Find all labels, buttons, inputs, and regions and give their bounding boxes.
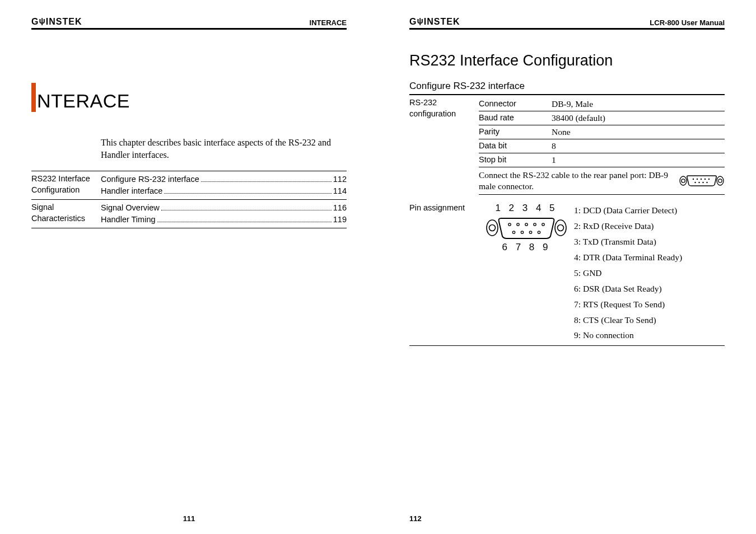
svg-point-7 [704, 179, 706, 180]
spec-value: 38400 (default) [552, 113, 725, 123]
pin-numbers-bottom: 6 7 8 9 [479, 242, 574, 253]
pin-assignment-block: Pin assignment 1 2 3 4 5 [409, 203, 725, 346]
db9-small-icon [679, 174, 725, 188]
header-section: INTERACE [310, 18, 347, 27]
toc-entry-title: Configure RS-232 interface [101, 174, 199, 185]
toc-entry-page: 114 [333, 185, 347, 197]
page-left: GψINSTEK INTERACE NTERACE This chapter d… [0, 0, 378, 534]
header-manual-title: LCR-800 User Manual [650, 18, 725, 27]
svg-point-12 [706, 182, 707, 183]
svg-point-9 [694, 182, 696, 183]
toc-entries: Configure RS-232 interface 112 Handler i… [101, 174, 347, 197]
spec-row: Connector DB-9, Male [479, 97, 725, 111]
toc-entry-title: Handler interface [101, 185, 162, 197]
brand-logo: GψINSTEK [31, 17, 82, 27]
page-number: 112 [409, 514, 725, 523]
brand-logo: GψINSTEK [409, 17, 460, 27]
table-of-contents: RS232 Interface Configuration Configure … [31, 171, 347, 228]
svg-point-14 [489, 225, 496, 231]
toc-leader-dots [157, 215, 332, 222]
toc-entry: Handler interface 114 [101, 185, 347, 197]
svg-point-22 [512, 231, 515, 233]
toc-entries: Signal Overview 116 Handler Timing 119 [101, 202, 347, 226]
svg-point-3 [718, 179, 722, 182]
spec-key: Data bit [479, 141, 552, 151]
spec-value: DB-9, Male [552, 99, 725, 109]
page-right: GψINSTEK LCR-800 User Manual RS232 Inter… [378, 0, 756, 534]
spec-row: Baud rate 38400 (default) [479, 111, 725, 125]
toc-leader-dots [161, 203, 332, 210]
pin-item: 2: RxD (Receive Data) [574, 218, 725, 234]
chapter-intro: This chapter describes basic interface a… [101, 137, 347, 161]
subsection-heading: Configure RS-232 interface [409, 81, 725, 95]
svg-point-4 [693, 179, 694, 180]
spec-key: Parity [479, 127, 552, 137]
pin-item: 6: DSR (Data Set Ready) [574, 281, 725, 297]
pin-list: 1: DCD (Data Carrier Detect) 2: RxD (Rec… [574, 203, 725, 343]
pin-numbers-top: 1 2 3 4 5 [479, 203, 574, 214]
pin-item: 5: GND [574, 265, 725, 281]
toc-section-label: RS232 Interface Configuration [31, 174, 101, 197]
toc-leader-dots [201, 175, 332, 182]
spec-value: 8 [552, 141, 725, 151]
svg-point-5 [697, 179, 698, 180]
pin-item: 9: No connection [574, 327, 725, 343]
spec-key: Connector [479, 99, 552, 109]
toc-entry: Configure RS-232 interface 112 [101, 174, 347, 185]
pin-item: 7: RTS (Request To Send) [574, 297, 725, 312]
header-row: GψINSTEK LCR-800 User Manual [409, 17, 725, 30]
toc-leader-dots [164, 186, 331, 194]
svg-point-13 [487, 220, 498, 236]
db9-large-icon [479, 215, 574, 241]
svg-point-17 [508, 223, 511, 226]
section-heading: RS232 Interface Configuration [409, 52, 725, 69]
svg-point-11 [702, 182, 703, 183]
spec-key: Stop bit [479, 155, 552, 165]
cable-row: Connect the RS-232 cable to the rear pan… [479, 167, 725, 195]
spec-value: 1 [552, 155, 725, 165]
toc-entry-page: 119 [333, 214, 347, 226]
toc-section-label: Signal Characteristics [31, 202, 101, 226]
svg-point-8 [708, 179, 710, 180]
toc-entry: Signal Overview 116 [101, 202, 347, 214]
spec-grid: Connector DB-9, Male Baud rate 38400 (de… [479, 97, 725, 195]
pin-item: 4: DTR (Data Terminal Ready) [574, 250, 725, 265]
block-label: Pin assignment [409, 203, 479, 343]
rs232-config-block: RS-232 configuration Connector DB-9, Mal… [409, 97, 725, 195]
toc-entry-title: Signal Overview [101, 202, 160, 214]
toc-section: RS232 Interface Configuration Configure … [31, 171, 347, 199]
spec-row: Parity None [479, 125, 725, 139]
svg-point-21 [542, 223, 544, 226]
svg-point-23 [521, 231, 523, 233]
page-number: 111 [31, 514, 347, 523]
spec-row: Stop bit 1 [479, 153, 725, 167]
svg-point-24 [529, 231, 531, 233]
pin-item: 3: TxD (Transmit Data) [574, 234, 725, 250]
chapter-heading: NTERACE [31, 83, 347, 112]
svg-point-1 [682, 179, 685, 182]
spec-row: Data bit 8 [479, 139, 725, 153]
toc-section: Signal Characteristics Signal Overview 1… [31, 199, 347, 228]
toc-entry-page: 116 [333, 202, 347, 214]
svg-point-19 [525, 223, 528, 226]
toc-entry: Handler Timing 119 [101, 214, 347, 226]
svg-point-20 [534, 223, 536, 226]
header-row: GψINSTEK INTERACE [31, 17, 347, 30]
svg-point-25 [538, 231, 540, 233]
svg-point-16 [558, 225, 564, 231]
pin-item: 1: DCD (Data Carrier Detect) [574, 203, 725, 218]
chapter-title: NTERACE [37, 90, 130, 112]
db9-figure: 1 2 3 4 5 [479, 203, 574, 343]
svg-point-0 [680, 176, 687, 185]
block-label: RS-232 configuration [409, 97, 479, 195]
svg-point-2 [717, 176, 724, 185]
svg-point-15 [555, 220, 566, 236]
spec-key: Baud rate [479, 113, 552, 123]
toc-entry-page: 112 [333, 174, 347, 185]
chapter-accent-bar [31, 83, 36, 112]
pin-item: 8: CTS (Clear To Send) [574, 312, 725, 328]
svg-point-18 [517, 223, 519, 226]
toc-entry-title: Handler Timing [101, 214, 156, 226]
svg-point-6 [701, 179, 702, 180]
svg-point-10 [698, 182, 699, 183]
